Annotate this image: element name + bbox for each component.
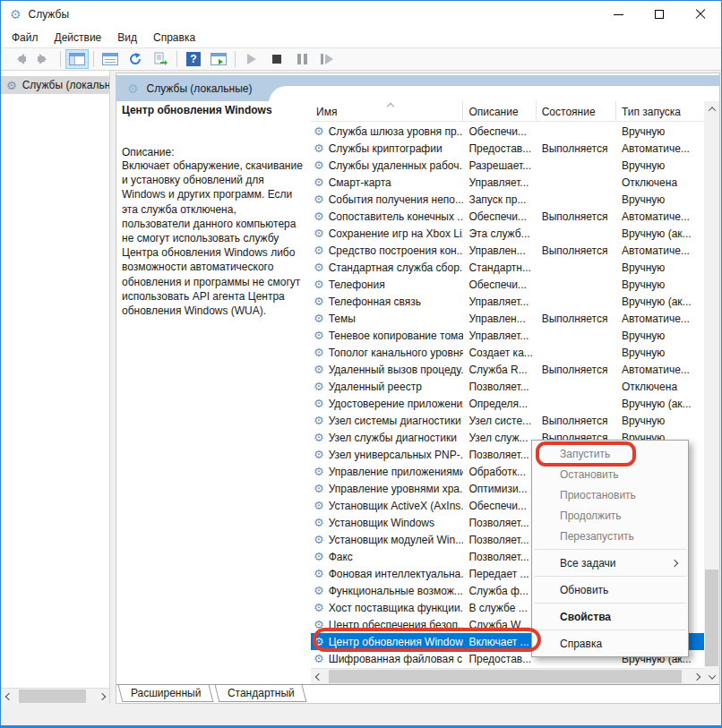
refresh-icon[interactable]: [124, 49, 147, 69]
list-horizontal-scrollbar[interactable]: [311, 668, 704, 684]
service-description: Позволяет...: [463, 381, 536, 393]
minimize-button[interactable]: [597, 1, 639, 28]
column-header-description[interactable]: Описание: [463, 101, 536, 121]
maximize-button[interactable]: [639, 1, 680, 28]
table-row[interactable]: ⚙ Службы криптографии Предостав... Выпол…: [311, 140, 704, 157]
sidebar-horizontal-scrollbar[interactable]: [1, 688, 109, 704]
table-row[interactable]: ⚙ Тополог канального уровня Создает ка..…: [311, 344, 704, 361]
service-name: Узел системы диагностики: [329, 415, 461, 427]
service-gear-icon: ⚙: [314, 330, 324, 341]
panel-band-title: Службы (локальные): [147, 82, 253, 95]
menu-file[interactable]: Файл: [1, 28, 47, 47]
start-service-icon[interactable]: [240, 49, 263, 69]
service-gear-icon: ⚙: [314, 449, 324, 460]
service-startup-type: Вручную (ак...: [616, 227, 704, 240]
service-gear-icon: ⚙: [314, 295, 324, 307]
tab-standard[interactable]: Стандартный: [215, 685, 307, 702]
context-menu-item[interactable]: Свойства: [532, 606, 688, 627]
service-gear-icon: ⚙: [314, 534, 324, 545]
service-status: Выполняется: [537, 210, 616, 223]
service-name: Службы удаленных рабоч...: [329, 159, 464, 172]
stop-service-icon[interactable]: [265, 49, 288, 69]
menu-action[interactable]: Действие: [47, 28, 110, 47]
column-header-startup-type[interactable]: Тип запуска: [616, 101, 704, 121]
service-startup-type: Вручную: [616, 415, 704, 427]
service-description: Позволяет...: [463, 534, 536, 546]
context-menu-item[interactable]: Обновить: [532, 579, 688, 600]
scroll-right-icon[interactable]: [94, 689, 109, 704]
properties-icon[interactable]: [99, 49, 122, 69]
restart-service-icon[interactable]: [315, 49, 339, 69]
column-header-status[interactable]: Состояние: [537, 101, 616, 121]
service-name: Факс: [329, 551, 353, 563]
table-row[interactable]: ⚙ Удостоверение приложения Определя... В…: [311, 395, 704, 412]
table-row[interactable]: ⚙ Средство построения кон... Управлен...…: [311, 242, 704, 259]
table-row[interactable]: ⚙ Смарт-карта Управляет... Отключена: [311, 174, 704, 191]
table-row[interactable]: ⚙ Службы удаленных рабоч... Разрешает...…: [311, 157, 704, 174]
show-console-tree-icon[interactable]: [65, 49, 89, 69]
service-description: Разрешает...: [463, 159, 536, 172]
service-gear-icon: ⚙: [314, 483, 324, 494]
scroll-up-icon[interactable]: [704, 101, 719, 116]
scrollbar-thumb[interactable]: [329, 670, 682, 683]
table-row[interactable]: ⚙ Узел системы диагностики Узел систе...…: [311, 412, 704, 429]
service-gear-icon: ⚙: [314, 551, 324, 562]
service-gear-icon: ⚙: [314, 602, 324, 613]
list-vertical-scrollbar[interactable]: [704, 101, 719, 684]
maximize-icon: [655, 10, 664, 19]
service-startup-type: Вручную: [616, 347, 704, 359]
help-icon[interactable]: ?: [182, 49, 205, 69]
sidebar-item-services-local[interactable]: ⚙ Службы (локальные): [1, 76, 109, 94]
scrollbar-thumb[interactable]: [19, 689, 86, 703]
scroll-right-icon[interactable]: [689, 669, 704, 684]
pause-service-icon[interactable]: [290, 49, 314, 69]
menu-view[interactable]: Вид: [109, 28, 145, 47]
context-menu-item[interactable]: Справка: [532, 633, 688, 654]
service-gear-icon: ⚙: [314, 500, 324, 511]
service-description: Управлен...: [463, 313, 536, 325]
tab-extended[interactable]: Расширенный: [118, 685, 214, 702]
menu-help[interactable]: Справка: [145, 28, 203, 47]
table-row[interactable]: ⚙ Телефония Обеспечи... Вручную: [311, 276, 704, 293]
menu-separator: [534, 603, 686, 604]
scrollbar-thumb[interactable]: [705, 570, 718, 666]
scroll-down-icon[interactable]: [704, 669, 719, 684]
service-status: Выполняется: [537, 244, 616, 257]
table-row[interactable]: ⚙ Теневое копирование тома Управляет... …: [311, 327, 704, 344]
service-description: Определя...: [463, 398, 536, 410]
table-row[interactable]: ⚙ Телефонная связь Управляет... Вручную …: [311, 293, 704, 310]
table-row[interactable]: ⚙ Удаленный вызов процеду... Служба R...…: [311, 361, 704, 378]
title-bar[interactable]: ⚙ Службы: [1, 1, 721, 28]
service-description: Обеспечи...: [463, 125, 536, 138]
show-action-pane-icon[interactable]: [207, 49, 230, 69]
scroll-left-icon[interactable]: [311, 669, 326, 684]
export-list-icon[interactable]: [149, 49, 172, 69]
service-gear-icon: ⚙: [314, 125, 324, 137]
close-button[interactable]: [680, 1, 721, 28]
service-gear-icon: ⚙: [314, 313, 324, 324]
back-icon[interactable]: [7, 49, 30, 69]
column-header-name[interactable]: Имя: [311, 101, 463, 121]
service-name: Фоновая интеллектуальна...: [329, 568, 464, 580]
service-status: Выполняется: [537, 313, 616, 325]
service-description: Передает ...: [463, 568, 536, 580]
service-description: Включает ...: [463, 636, 536, 648]
service-description: Служба R...: [463, 364, 536, 376]
context-menu-item[interactable]: Все задачи: [532, 552, 688, 573]
service-startup-type: Вручную: [616, 125, 704, 138]
context-menu-item: Приостановить: [532, 484, 688, 505]
table-row[interactable]: ⚙ Сохранение игр на Xbox Li... Эта служб…: [311, 225, 704, 242]
table-row[interactable]: ⚙ Сопоставитель конечных ... Обеспечи...…: [311, 208, 704, 225]
forward-icon[interactable]: [32, 49, 56, 69]
table-row[interactable]: ⚙ Стандартная служба сбор... Стандартн..…: [311, 259, 704, 276]
toolbar-separator: [176, 51, 177, 67]
table-row[interactable]: ⚙ Удаленный реестр Позволяет... Отключен…: [311, 378, 704, 395]
toolbar: ?: [1, 47, 721, 71]
scroll-left-icon[interactable]: [1, 689, 16, 704]
service-gear-icon: ⚙: [314, 381, 324, 392]
table-row[interactable]: ⚙ Служба шлюза уровня пр... Обеспечи... …: [311, 123, 704, 140]
service-name: События получения непо...: [329, 193, 464, 206]
table-row[interactable]: ⚙ События получения непо... Запуск пр...…: [311, 191, 704, 208]
table-row[interactable]: ⚙ Темы Управлен... Выполняется Автоматич…: [311, 310, 704, 327]
service-description: Создает ка...: [463, 347, 536, 359]
